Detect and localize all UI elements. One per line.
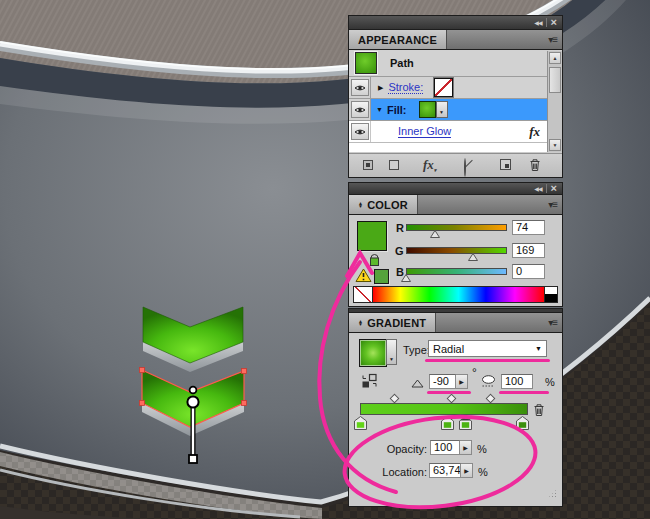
location-stepper-icon[interactable]: ▶ xyxy=(461,463,473,478)
color-tab-bar: ▲▼ COLOR ▾≡ xyxy=(348,195,563,215)
spectrum-none-swatch[interactable] xyxy=(354,287,373,302)
gradient-swatch-dropdown-icon[interactable]: ▼ xyxy=(386,339,397,365)
duplicate-item-button[interactable] xyxy=(500,159,511,170)
opacity-stepper-icon[interactable]: ▶ xyxy=(460,440,472,455)
stroke-visibility-cell[interactable] xyxy=(349,77,371,98)
aspect-percent-symbol: % xyxy=(545,376,555,388)
location-field[interactable]: 63,74 xyxy=(429,463,461,478)
add-new-fill-button[interactable] xyxy=(389,160,399,170)
gradient-preview-swatch[interactable] xyxy=(359,339,387,367)
opacity-field[interactable]: 100 xyxy=(430,440,460,455)
channel-g-label: G xyxy=(395,245,404,257)
opacity-percent-symbol: % xyxy=(477,443,487,455)
tab-gradient-label: GRADIENT xyxy=(367,317,426,329)
add-new-stroke-button[interactable] xyxy=(363,160,373,170)
gradient-stop-1[interactable] xyxy=(354,416,367,430)
spectrum-white-black[interactable] xyxy=(544,287,557,302)
eye-icon xyxy=(354,106,366,114)
scrollbar-thumb[interactable] xyxy=(549,67,561,93)
color-spectrum-bar[interactable] xyxy=(353,286,558,303)
tab-color[interactable]: ▲▼ COLOR xyxy=(349,195,418,214)
out-of-gamut-warning-icon[interactable] xyxy=(355,268,372,283)
reverse-gradient-icon[interactable] xyxy=(361,373,378,389)
appearance-tab-bar: APPEARANCE ▾≡ xyxy=(348,30,563,50)
path-fill-swatch[interactable] xyxy=(355,52,377,74)
stroke-link[interactable]: Stroke: xyxy=(388,81,423,94)
appearance-row-inner-glow[interactable]: Inner Glow fx xyxy=(349,121,562,143)
select-caret-icon[interactable]: ▼ xyxy=(535,345,542,352)
appearance-row-fill-selected[interactable]: ▼ Fill: ▼ xyxy=(349,99,562,121)
gradient-content: ▼ Type: Radial ▼ -90 ▶ xyxy=(348,333,563,507)
gradient-aspect-field[interactable]: 100 xyxy=(501,374,533,389)
stroke-expand-icon[interactable]: ▶ xyxy=(378,84,383,91)
channel-b-value[interactable]: 0 xyxy=(512,264,545,279)
fill-color-swatch[interactable] xyxy=(419,101,436,118)
appearance-content: Path ▶ Stroke: xyxy=(348,50,563,178)
delete-item-button[interactable] xyxy=(529,158,541,172)
channel-g-thumb[interactable] xyxy=(468,253,478,261)
gradient-stop-2[interactable] xyxy=(441,416,454,430)
gradient-midpoint-2[interactable] xyxy=(447,394,457,404)
fill-visibility-cell[interactable] xyxy=(349,99,371,120)
color-window-bar: ◀◀ × xyxy=(348,182,563,195)
appearance-row-path[interactable]: Path xyxy=(349,50,562,77)
collapse-panels-icon[interactable]: ◀◀ xyxy=(534,20,541,26)
scroll-up-icon[interactable]: ▲ xyxy=(549,52,561,64)
scroll-down-icon[interactable]: ▼ xyxy=(549,139,561,151)
add-new-effect-button[interactable]: fx▾ xyxy=(423,157,436,173)
stroke-none-swatch[interactable] xyxy=(434,78,453,97)
gradient-stop-4[interactable] xyxy=(516,416,529,430)
annotator-end-handle[interactable] xyxy=(189,455,197,463)
fill-bucket-icon[interactable] xyxy=(368,252,381,267)
close-panel-icon[interactable]: × xyxy=(551,17,557,28)
channel-r-thumb[interactable] xyxy=(430,230,440,238)
panel-menu-icon[interactable]: ▾≡ xyxy=(548,199,557,210)
close-panel-icon[interactable]: × xyxy=(551,183,557,194)
clear-appearance-button[interactable] xyxy=(464,159,466,177)
annotator-center-handle[interactable] xyxy=(187,396,198,407)
panel-collapse-toggle-icon[interactable]: ▲▼ xyxy=(358,202,363,208)
color-panel: ◀◀ × ▲▼ COLOR ▾≡ xyxy=(348,182,563,307)
panel-collapse-toggle-icon[interactable]: ▲▼ xyxy=(358,320,363,326)
gradient-angle-field[interactable]: -90 xyxy=(429,374,456,389)
channel-r-slider[interactable] xyxy=(406,224,507,231)
tab-color-label: COLOR xyxy=(367,199,408,211)
fill-collapse-icon[interactable]: ▼ xyxy=(376,106,383,113)
annotation-underline-aspect xyxy=(499,391,549,394)
panel-menu-icon[interactable]: ▾≡ xyxy=(548,34,557,45)
channel-b-slider[interactable] xyxy=(406,268,507,275)
inner-glow-link[interactable]: Inner Glow xyxy=(398,125,451,138)
gradient-midpoint-3[interactable] xyxy=(486,394,496,404)
location-percent-symbol: % xyxy=(478,466,488,478)
eye-icon xyxy=(354,128,366,136)
aspect-ratio-icon xyxy=(480,375,497,388)
annotator-origin-handle[interactable] xyxy=(190,387,197,394)
delete-stop-trash-icon[interactable] xyxy=(533,403,545,417)
panel-menu-icon[interactable]: ▾≡ xyxy=(548,317,557,328)
channel-g-value[interactable]: 169 xyxy=(512,243,545,258)
angle-icon xyxy=(411,379,424,388)
opacity-label: Opacity: xyxy=(367,443,427,455)
gradient-slider-bar[interactable] xyxy=(360,403,528,415)
inner-glow-visibility-cell[interactable] xyxy=(349,121,371,142)
gradient-midpoint-1[interactable] xyxy=(390,394,400,404)
fill-swatch-dropdown-icon[interactable]: ▼ xyxy=(436,101,448,118)
active-fill-swatch[interactable] xyxy=(357,221,387,251)
gradient-type-select[interactable]: Radial ▼ xyxy=(428,340,547,357)
collapse-panels-icon[interactable]: ◀◀ xyxy=(534,186,541,192)
appearance-row-stroke[interactable]: ▶ Stroke: xyxy=(349,77,562,99)
channel-r-value[interactable]: 74 xyxy=(512,220,545,235)
eye-icon xyxy=(354,84,366,92)
in-gamut-swatch[interactable] xyxy=(374,269,389,284)
channel-b-thumb[interactable] xyxy=(401,274,411,282)
window-bar-divider xyxy=(546,18,547,27)
angle-stepper-icon[interactable]: ▶ xyxy=(456,374,468,389)
channel-g-slider[interactable] xyxy=(406,247,507,254)
tab-gradient[interactable]: ▲▼ GRADIENT xyxy=(349,313,436,332)
type-label: Type: xyxy=(403,344,430,356)
tab-appearance[interactable]: APPEARANCE xyxy=(349,30,447,49)
panel-resize-grip[interactable] xyxy=(548,489,557,498)
spectrum-rainbow[interactable] xyxy=(373,287,544,302)
gradient-stop-3-selected[interactable] xyxy=(459,416,472,430)
appearance-scrollbar[interactable]: ▲ ▼ xyxy=(547,51,562,152)
